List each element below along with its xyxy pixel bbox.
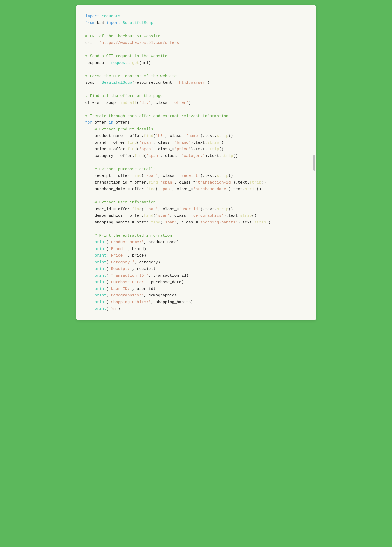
code-block: import requests from bs4 import Beautifu…	[85, 13, 307, 312]
scrollbar[interactable]	[313, 155, 315, 171]
code-container: import requests from bs4 import Beautifu…	[76, 5, 316, 320]
